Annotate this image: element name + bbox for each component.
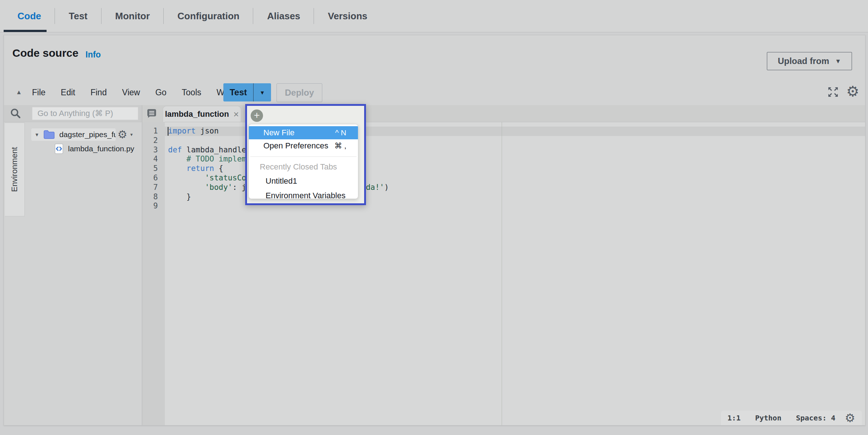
menu-divider bbox=[250, 156, 357, 157]
menu-item-shortcut: ^ N bbox=[335, 128, 346, 137]
code-token: ) bbox=[384, 183, 389, 192]
tree-gear-icon[interactable]: ⚙ bbox=[118, 129, 127, 140]
lambda-console: CodeTestMonitorConfigurationAliasesVersi… bbox=[0, 0, 868, 435]
code-token bbox=[168, 164, 187, 173]
menu-items: FileEditFindViewGoToolsWindow bbox=[24, 88, 254, 97]
dropdown-items: New File^ NOpen Preferences⌘ , bbox=[249, 126, 358, 152]
menu-item-label: Open Preferences bbox=[263, 141, 329, 151]
menu-item-label: New File bbox=[263, 128, 295, 137]
code-token: json bbox=[196, 127, 219, 135]
tree-file-row[interactable]: lambda_function.py bbox=[54, 143, 134, 155]
function-tab-test[interactable]: Test bbox=[55, 0, 101, 32]
editor-settings-gear-icon[interactable]: ⚙ bbox=[846, 84, 859, 99]
page-title: Code source bbox=[12, 47, 79, 59]
file-tree: ▼ dagster_pipes_funct ⚙ ▼ bbox=[26, 122, 142, 425]
upload-from-label: Upload from bbox=[778, 56, 829, 66]
menu-item-tools[interactable]: Tools bbox=[174, 88, 209, 97]
folder-name: dagster_pipes_funct bbox=[59, 130, 116, 139]
code-token: } bbox=[168, 192, 191, 201]
cursor-position[interactable]: 1:1 bbox=[728, 414, 741, 422]
function-tab-configuration[interactable]: Configuration bbox=[164, 0, 253, 32]
code-token: 'body' bbox=[205, 183, 232, 192]
chevron-down-icon: ▼ bbox=[835, 58, 841, 64]
test-button-label[interactable]: Test bbox=[223, 83, 254, 101]
line-number: 7 bbox=[142, 183, 165, 192]
function-tab-bar: CodeTestMonitorConfigurationAliasesVersi… bbox=[0, 0, 868, 32]
code-token: return bbox=[187, 164, 214, 173]
sidebar: Environment ▼ dagster_pipes_funct ⚙ ▼ bbox=[4, 105, 142, 425]
test-button[interactable]: Test ▼ bbox=[223, 83, 271, 101]
tab-list-icon[interactable] bbox=[147, 108, 157, 118]
line-number: 4 bbox=[142, 155, 165, 164]
dropdown-menu-panel: New File^ NOpen Preferences⌘ , Recently … bbox=[248, 124, 358, 199]
spaces-setting[interactable]: Spaces: 4 bbox=[796, 414, 835, 422]
code-source-card: Code source Info Upload from ▼ ▲ FileEdi… bbox=[4, 35, 865, 426]
line-number: 3 bbox=[142, 145, 165, 155]
environment-tab[interactable]: Environment bbox=[5, 123, 25, 216]
tree-folder-row[interactable]: ▼ dagster_pipes_funct bbox=[31, 128, 116, 141]
fullscreen-icon[interactable] bbox=[827, 86, 839, 98]
add-tab-button[interactable]: + bbox=[251, 109, 263, 122]
line-number: 5 bbox=[142, 164, 165, 173]
line-number: 9 bbox=[142, 201, 165, 211]
editor-status-bar: 1:1 Python Spaces: 4 ⚙ bbox=[721, 411, 862, 425]
line-number-gutter: 123456789 bbox=[142, 122, 165, 425]
goto-anything-input[interactable] bbox=[32, 107, 138, 120]
recently-closed-tabs-header: Recently Closed Tabs bbox=[249, 161, 358, 174]
info-link[interactable]: Info bbox=[85, 50, 101, 60]
text-cursor bbox=[168, 127, 168, 136]
menu-item-shortcut: ⌘ , bbox=[334, 141, 346, 150]
editor-tab-lambda-function[interactable]: lambda_function × bbox=[163, 106, 241, 122]
deploy-button[interactable]: Deploy bbox=[276, 83, 322, 102]
print-margin-line bbox=[502, 122, 502, 425]
search-icon[interactable] bbox=[10, 108, 21, 119]
tree-gear-caret-icon: ▼ bbox=[130, 132, 134, 137]
folder-icon bbox=[43, 130, 55, 139]
function-tab-aliases[interactable]: Aliases bbox=[253, 0, 314, 32]
function-tab-code[interactable]: Code bbox=[4, 0, 55, 32]
new-tab-dropdown: + New File^ NOpen Preferences⌘ , Recentl… bbox=[245, 104, 366, 205]
menu-item-view[interactable]: View bbox=[114, 88, 147, 97]
code-token bbox=[168, 173, 205, 182]
file-name: lambda_function.py bbox=[68, 144, 134, 153]
function-tab-versions[interactable]: Versions bbox=[314, 0, 381, 32]
menu-item-go[interactable]: Go bbox=[148, 88, 174, 97]
code-token: { bbox=[214, 164, 223, 173]
code-token bbox=[168, 183, 205, 192]
line-number: 2 bbox=[142, 136, 165, 145]
function-tab-monitor[interactable]: Monitor bbox=[101, 0, 164, 32]
upload-from-button[interactable]: Upload from ▼ bbox=[767, 52, 852, 70]
menu-item-file[interactable]: File bbox=[24, 88, 53, 97]
menu-item-new-file[interactable]: New File^ N bbox=[249, 126, 358, 139]
editor-workspace: Environment ▼ dagster_pipes_funct ⚙ ▼ bbox=[4, 105, 865, 425]
recent-tab-untitled1[interactable]: Untitled1 bbox=[249, 174, 358, 188]
python-file-icon bbox=[54, 143, 64, 154]
menu-item-find[interactable]: Find bbox=[83, 88, 115, 97]
language-mode[interactable]: Python bbox=[755, 414, 781, 422]
line-number: 8 bbox=[142, 192, 165, 202]
line-number: 6 bbox=[142, 173, 165, 183]
close-tab-icon[interactable]: × bbox=[233, 109, 239, 119]
editor-tab-label: lambda_function bbox=[165, 109, 229, 119]
test-dropdown-arrow[interactable]: ▼ bbox=[254, 83, 271, 101]
menu-item-edit[interactable]: Edit bbox=[53, 88, 83, 97]
editor-menubar: ▲ FileEditFindViewGoToolsWindow Test ▼ D… bbox=[4, 81, 865, 104]
collapse-panel-icon[interactable]: ▲ bbox=[13, 89, 24, 96]
status-gear-icon[interactable]: ⚙ bbox=[845, 412, 855, 424]
line-number: 1 bbox=[142, 127, 165, 136]
environment-tab-label: Environment bbox=[10, 147, 19, 192]
sidebar-search-row bbox=[4, 105, 142, 122]
code-token: import bbox=[168, 127, 196, 135]
tree-settings-control[interactable]: ⚙ ▼ bbox=[118, 128, 134, 141]
code-token: def bbox=[168, 145, 182, 154]
menu-item-open-preferences[interactable]: Open Preferences⌘ , bbox=[249, 139, 358, 152]
recent-tab-environment-variables[interactable]: Environment Variables bbox=[249, 188, 358, 199]
disclosure-triangle-icon[interactable]: ▼ bbox=[35, 132, 39, 137]
recently-closed-tabs-list: Untitled1Environment Variables bbox=[249, 174, 358, 199]
